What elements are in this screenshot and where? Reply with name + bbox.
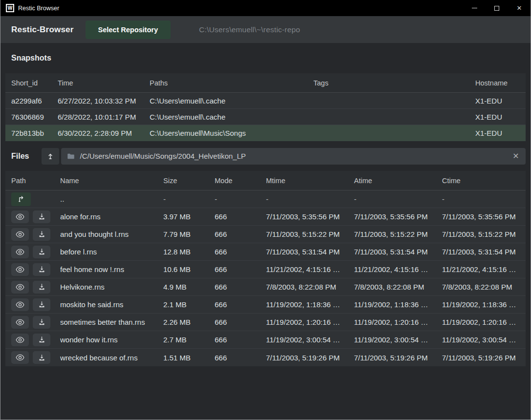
file-name: Helvikone.rns xyxy=(60,283,163,291)
download-file-button[interactable] xyxy=(33,228,50,241)
clear-icon: ✕ xyxy=(512,152,519,160)
file-mtime: 11/21/2002, 4:15:16 … xyxy=(266,265,354,273)
file-name: sometimes better than.rns xyxy=(60,318,163,326)
download-icon xyxy=(38,354,45,361)
view-file-button[interactable] xyxy=(11,298,29,311)
download-icon xyxy=(38,283,45,291)
column-hostname: Hostname xyxy=(475,79,526,87)
file-row[interactable]: moskito he said.rns 2.1 MB 666 11/19/200… xyxy=(5,296,526,314)
file-ctime: 7/11/2003, 5:15:22 PM xyxy=(442,230,526,238)
arrow-up-right-icon xyxy=(17,195,25,203)
file-row[interactable]: alone for.rns 3.97 MB 666 7/11/2003, 5:3… xyxy=(5,208,526,226)
file-name: wrecked because of.rns xyxy=(60,354,163,362)
restic-browser-window: W Restic Browser ✕ Restic-Browser Select… xyxy=(0,0,531,420)
maximize-button[interactable] xyxy=(486,0,508,16)
maximize-icon xyxy=(494,6,499,11)
file-atime: 7/8/2003, 8:22:08 PM xyxy=(354,283,442,291)
file-row[interactable]: wonder how it.rns 2.7 MB 666 11/19/2002,… xyxy=(5,331,526,349)
download-file-button[interactable] xyxy=(33,351,50,364)
download-file-button[interactable] xyxy=(33,298,50,311)
file-atime: 7/11/2003, 5:19:26 PM xyxy=(354,354,442,362)
download-file-button[interactable] xyxy=(33,316,50,329)
eye-icon xyxy=(16,301,24,308)
file-row[interactable]: sometimes better than.rns 2.26 MB 666 11… xyxy=(5,314,526,331)
file-size: 2.1 MB xyxy=(163,300,215,309)
download-file-button[interactable] xyxy=(33,263,50,276)
column-mode: Mode xyxy=(215,177,266,185)
file-atime: 11/21/2002, 4:15:16 … xyxy=(354,265,442,273)
snapshots-table: Short_id Time Paths Tags Hostname a2299a… xyxy=(5,73,526,141)
snapshots-section-header: Snapshots xyxy=(0,43,531,73)
minimize-icon xyxy=(472,8,477,8)
file-name: .. xyxy=(60,195,163,203)
view-file-button[interactable] xyxy=(11,263,29,276)
view-file-button[interactable] xyxy=(11,281,29,294)
download-file-button[interactable] xyxy=(33,334,50,346)
snapshot-hostname: X1-EDU xyxy=(475,129,526,137)
view-file-button[interactable] xyxy=(11,210,29,223)
file-mode: - xyxy=(215,195,266,203)
files-section-header: Files ✕ xyxy=(0,141,531,171)
minimize-button[interactable] xyxy=(463,0,486,16)
view-file-button[interactable] xyxy=(11,351,29,364)
file-row[interactable]: and you thought l.rns 7.79 MB 666 7/11/2… xyxy=(5,226,526,243)
file-mode: 666 xyxy=(215,354,266,362)
file-row[interactable]: feel home now !.rns 10.6 MB 666 11/21/20… xyxy=(5,261,526,278)
file-mtime: 7/11/2003, 5:19:26 PM xyxy=(266,354,354,362)
file-name: moskito he said.rns xyxy=(60,300,163,309)
parent-directory-row[interactable]: .. - - - - - xyxy=(5,190,526,208)
titlebar: W Restic Browser ✕ xyxy=(0,0,531,16)
snapshot-paths: C:\Users\emuell\.cache xyxy=(150,97,313,105)
file-size: 2.26 MB xyxy=(163,318,215,326)
download-file-button[interactable] xyxy=(33,281,50,294)
eye-icon xyxy=(16,336,24,343)
file-size: 12.8 MB xyxy=(163,248,215,256)
file-mode: 666 xyxy=(215,212,266,221)
file-mtime: 11/19/2002, 1:18:36 … xyxy=(266,300,354,309)
view-file-button[interactable] xyxy=(11,316,29,329)
files-title: Files xyxy=(11,152,29,161)
view-file-button[interactable] xyxy=(11,246,29,258)
file-name: alone for.rns xyxy=(60,212,163,221)
up-level-button[interactable] xyxy=(42,148,59,165)
download-file-button[interactable] xyxy=(33,210,50,223)
eye-icon xyxy=(16,266,24,273)
file-mode: 666 xyxy=(215,265,266,273)
close-button[interactable]: ✕ xyxy=(508,0,531,16)
snapshot-short-id: 76306869 xyxy=(11,113,58,121)
file-row[interactable]: wrecked because of.rns 1.51 MB 666 7/11/… xyxy=(5,349,526,366)
file-atime: 7/11/2003, 5:35:56 PM xyxy=(354,212,442,221)
file-row[interactable]: Helvikone.rns 4.9 MB 666 7/8/2003, 8:22:… xyxy=(5,278,526,296)
snapshot-short-id: 72b813bb xyxy=(11,129,58,137)
snapshot-time: 6/30/2022, 2:28:09 PM xyxy=(58,129,150,137)
clear-path-button[interactable]: ✕ xyxy=(508,149,524,164)
files-path-input[interactable] xyxy=(61,148,526,165)
file-ctime: 7/11/2003, 5:35:56 PM xyxy=(442,212,526,221)
select-repository-button[interactable]: Select Repository xyxy=(86,21,171,39)
file-size: 1.51 MB xyxy=(163,354,215,362)
files-path-bar: ✕ xyxy=(61,148,526,165)
view-file-button[interactable] xyxy=(11,228,29,241)
file-ctime: 7/8/2003, 8:22:08 PM xyxy=(442,283,526,291)
snapshot-row[interactable]: 72b813bb 6/30/2022, 2:28:09 PM C:\Users\… xyxy=(5,125,526,141)
file-row[interactable]: before l.rns 12.8 MB 666 7/11/2003, 5:31… xyxy=(5,243,526,261)
snapshot-row[interactable]: 76306869 6/28/2022, 10:01:17 PM C:\Users… xyxy=(5,109,526,125)
eye-icon xyxy=(16,213,24,220)
go-parent-button[interactable] xyxy=(11,192,31,206)
file-name: feel home now !.rns xyxy=(60,265,163,273)
snapshot-row[interactable]: a2299af6 6/27/2022, 10:03:32 PM C:\Users… xyxy=(5,93,526,109)
snapshot-hostname: X1-EDU xyxy=(475,113,526,121)
file-atime: 11/19/2002, 1:20:16 … xyxy=(354,318,442,326)
files-table-header: Path Name Size Mode Mtime Atime Ctime xyxy=(5,171,526,190)
file-mtime: 11/19/2002, 1:20:16 … xyxy=(266,318,354,326)
file-atime: - xyxy=(354,195,442,203)
header-bar: Restic-Browser Select Repository C:\User… xyxy=(0,16,531,43)
view-file-button[interactable] xyxy=(11,334,29,346)
eye-icon xyxy=(16,284,24,291)
file-name: and you thought l.rns xyxy=(60,230,163,238)
download-file-button[interactable] xyxy=(33,246,50,258)
snapshot-paths: C:\Users\emuell\.cache xyxy=(150,113,313,121)
snapshots-table-header: Short_id Time Paths Tags Hostname xyxy=(5,73,526,93)
file-mode: 666 xyxy=(215,300,266,309)
column-paths: Paths xyxy=(150,79,313,87)
